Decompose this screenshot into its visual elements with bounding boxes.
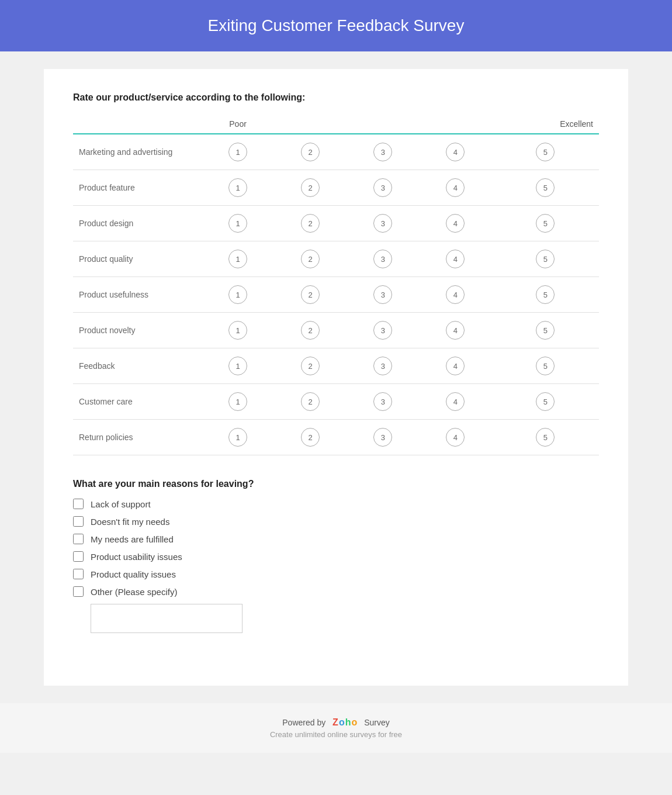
checkbox-lack-support[interactable] [73,499,84,509]
checkbox-doesnt-fit[interactable] [73,516,84,527]
rating-radio-cell[interactable]: 2 [274,134,347,170]
rating-radio-cell[interactable]: 2 [274,241,347,277]
rating-radio-cell[interactable]: 1 [202,206,274,241]
rating-radio-cell[interactable]: 2 [274,384,347,420]
radio-circle[interactable]: 1 [228,214,247,233]
radio-circle[interactable]: 5 [536,392,555,411]
radio-circle[interactable]: 5 [536,285,555,304]
radio-circle[interactable]: 5 [536,357,555,375]
rating-radio-cell[interactable]: 2 [274,277,347,313]
rating-radio-cell[interactable]: 1 [202,134,274,170]
radio-circle[interactable]: 3 [373,214,392,233]
radio-circle[interactable]: 1 [228,250,247,268]
rating-radio-cell[interactable]: 3 [347,134,419,170]
rating-radio-cell[interactable]: 1 [202,313,274,348]
rating-radio-cell[interactable]: 3 [347,170,419,206]
rating-radio-cell[interactable]: 5 [492,420,599,455]
radio-circle[interactable]: 1 [228,428,247,447]
radio-circle[interactable]: 2 [301,321,320,340]
rating-radio-cell[interactable]: 4 [419,170,491,206]
radio-circle[interactable]: 5 [536,428,555,447]
radio-circle[interactable]: 4 [446,285,465,304]
rating-radio-cell[interactable]: 3 [347,313,419,348]
rating-radio-cell[interactable]: 5 [492,241,599,277]
rating-radio-cell[interactable]: 2 [274,206,347,241]
rating-radio-cell[interactable]: 3 [347,384,419,420]
radio-circle[interactable]: 2 [301,143,320,161]
radio-circle[interactable]: 4 [446,392,465,411]
rating-radio-cell[interactable]: 1 [202,348,274,384]
radio-circle[interactable]: 1 [228,357,247,375]
rating-radio-cell[interactable]: 5 [492,206,599,241]
checkbox-needs-fulfilled[interactable] [73,534,84,544]
radio-circle[interactable]: 2 [301,250,320,268]
rating-radio-cell[interactable]: 4 [419,313,491,348]
rating-radio-cell[interactable]: 5 [492,134,599,170]
radio-circle[interactable]: 5 [536,143,555,161]
checkbox-label-needs-fulfilled[interactable]: My needs are fulfilled [91,534,174,544]
checkbox-label-quality-issues[interactable]: Product quality issues [91,569,176,579]
radio-circle[interactable]: 3 [373,357,392,375]
radio-circle[interactable]: 3 [373,428,392,447]
rating-radio-cell[interactable]: 2 [274,170,347,206]
radio-circle[interactable]: 4 [446,428,465,447]
radio-circle[interactable]: 1 [228,143,247,161]
checkbox-usability-issues[interactable] [73,551,84,562]
radio-circle[interactable]: 3 [373,285,392,304]
radio-circle[interactable]: 5 [536,214,555,233]
radio-circle[interactable]: 1 [228,392,247,411]
radio-circle[interactable]: 2 [301,357,320,375]
rating-radio-cell[interactable]: 4 [419,384,491,420]
radio-circle[interactable]: 4 [446,214,465,233]
rating-radio-cell[interactable]: 5 [492,313,599,348]
rating-radio-cell[interactable]: 3 [347,420,419,455]
rating-radio-cell[interactable]: 4 [419,420,491,455]
rating-radio-cell[interactable]: 1 [202,170,274,206]
radio-circle[interactable]: 5 [536,250,555,268]
rating-radio-cell[interactable]: 4 [419,206,491,241]
radio-circle[interactable]: 3 [373,321,392,340]
rating-radio-cell[interactable]: 4 [419,241,491,277]
other-specify-input[interactable] [91,604,243,633]
rating-radio-cell[interactable]: 5 [492,384,599,420]
rating-radio-cell[interactable]: 1 [202,384,274,420]
rating-radio-cell[interactable]: 3 [347,348,419,384]
checkbox-other[interactable] [73,586,84,597]
rating-radio-cell[interactable]: 4 [419,348,491,384]
rating-radio-cell[interactable]: 5 [492,277,599,313]
rating-radio-cell[interactable]: 5 [492,348,599,384]
radio-circle[interactable]: 1 [228,321,247,340]
radio-circle[interactable]: 4 [446,178,465,197]
checkbox-label-other[interactable]: Other (Please specify) [91,587,177,597]
radio-circle[interactable]: 3 [373,178,392,197]
radio-circle[interactable]: 5 [536,178,555,197]
rating-radio-cell[interactable]: 1 [202,277,274,313]
rating-radio-cell[interactable]: 1 [202,241,274,277]
radio-circle[interactable]: 5 [536,321,555,340]
radio-circle[interactable]: 2 [301,178,320,197]
rating-radio-cell[interactable]: 2 [274,348,347,384]
rating-radio-cell[interactable]: 1 [202,420,274,455]
checkbox-quality-issues[interactable] [73,569,84,579]
radio-circle[interactable]: 2 [301,428,320,447]
rating-radio-cell[interactable]: 4 [419,277,491,313]
rating-radio-cell[interactable]: 4 [419,134,491,170]
radio-circle[interactable]: 2 [301,285,320,304]
radio-circle[interactable]: 4 [446,143,465,161]
radio-circle[interactable]: 2 [301,392,320,411]
radio-circle[interactable]: 4 [446,250,465,268]
checkbox-label-doesnt-fit[interactable]: Doesn't fit my needs [91,517,169,527]
checkbox-label-usability-issues[interactable]: Product usability issues [91,552,182,562]
checkbox-label-lack-support[interactable]: Lack of support [91,499,151,509]
radio-circle[interactable]: 1 [228,178,247,197]
radio-circle[interactable]: 3 [373,143,392,161]
radio-circle[interactable]: 4 [446,357,465,375]
radio-circle[interactable]: 3 [373,250,392,268]
radio-circle[interactable]: 3 [373,392,392,411]
radio-circle[interactable]: 1 [228,285,247,304]
rating-radio-cell[interactable]: 3 [347,206,419,241]
radio-circle[interactable]: 4 [446,321,465,340]
radio-circle[interactable]: 2 [301,214,320,233]
rating-radio-cell[interactable]: 3 [347,277,419,313]
rating-radio-cell[interactable]: 3 [347,241,419,277]
